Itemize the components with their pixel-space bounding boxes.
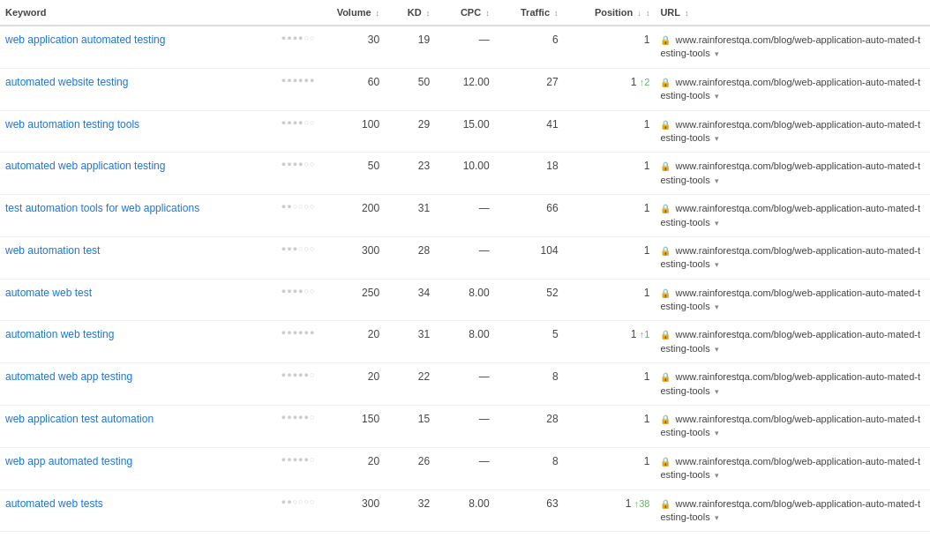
volume-cell: 30	[320, 26, 385, 68]
lock-icon: 🔒	[660, 457, 671, 467]
url-dropdown-arrow[interactable]: ▾	[715, 302, 719, 311]
url-dropdown-arrow[interactable]: ▾	[715, 345, 719, 354]
keyword-link[interactable]: automated web app testing	[5, 370, 132, 383]
col-header-kd[interactable]: KD ↕	[385, 0, 435, 26]
keyword-cell: web application test automation	[0, 406, 247, 448]
lock-icon: 🔒	[660, 372, 671, 382]
url-text: www.rainforestqa.com/blog/web-applicatio…	[660, 119, 920, 143]
keyword-cell: automated website testing	[0, 68, 247, 110]
keyword-cell: automation web testing	[0, 321, 247, 363]
lock-icon: 🔒	[660, 204, 671, 213]
volume-cell: 300	[320, 236, 385, 279]
position-change-up: ↑1	[640, 329, 650, 340]
stars-cell: ●●●●○○	[247, 110, 320, 153]
keyword-link[interactable]: automated website testing	[5, 76, 128, 88]
keyword-link[interactable]: web app automated testing	[5, 455, 132, 467]
url-cell: 🔒 www.rainforestqa.com/blog/web-applicat…	[655, 110, 930, 153]
url-dropdown-arrow[interactable]: ▾	[715, 134, 719, 143]
volume-cell: 100	[320, 110, 385, 153]
cpc-cell: —	[435, 195, 494, 237]
traffic-cell: 104	[495, 236, 564, 279]
position-value: 1	[644, 202, 650, 214]
url-dropdown-arrow[interactable]: ▾	[715, 260, 719, 269]
col-header-position[interactable]: Position ↓ ↕	[564, 0, 656, 26]
url-text: www.rainforestqa.com/blog/web-applicatio…	[660, 161, 920, 184]
url-text: www.rainforestqa.com/blog/web-applicatio…	[660, 329, 920, 353]
table-row: automated website testing ●●●●●● 60 50 1…	[0, 68, 930, 110]
keyword-link[interactable]: web automation testing tools	[5, 118, 139, 131]
table-row: web application automated testing ●●●●○○…	[0, 26, 930, 68]
url-text: www.rainforestqa.com/blog/web-applicatio…	[660, 34, 920, 58]
traffic-cell: 18	[495, 153, 564, 195]
position-value: 1	[631, 328, 637, 340]
col-header-volume[interactable]: Volume ↕	[320, 0, 385, 26]
table-row: automated web app testing ●●●●●○ 20 22 —…	[0, 363, 930, 406]
url-text: www.rainforestqa.com/blog/web-applicatio…	[660, 371, 920, 395]
table-row: automation web testing ●●●●●● 20 31 8.00…	[0, 321, 930, 363]
url-dropdown-arrow[interactable]: ▾	[715, 49, 719, 58]
traffic-cell: 66	[495, 195, 564, 237]
position-value: 1	[626, 497, 632, 510]
cpc-cell: 15.00	[435, 110, 494, 153]
stars-cell: ●●●●○○	[247, 279, 320, 321]
url-cell: 🔒 www.rainforestqa.com/blog/web-applicat…	[655, 195, 930, 237]
kd-cell: 34	[385, 279, 435, 321]
url-cell: 🔒 www.rainforestqa.com/blog/web-applicat…	[655, 279, 930, 321]
volume-cell: 60	[320, 68, 385, 110]
stars-cell: ●●●●●○	[247, 447, 320, 489]
keyword-link[interactable]: web automation test	[5, 244, 100, 257]
col-header-cpc[interactable]: CPC ↕	[435, 0, 494, 26]
stars-cell: ●●●●●●	[247, 68, 320, 110]
keyword-link[interactable]: automation web testing	[5, 328, 114, 340]
url-dropdown-arrow[interactable]: ▾	[715, 471, 719, 480]
kd-cell: 19	[385, 26, 435, 68]
keyword-link[interactable]: automated web tests	[5, 497, 103, 510]
table-row: automated web application testing ●●●●○○…	[0, 153, 930, 195]
volume-cell: 20	[320, 321, 385, 363]
keyword-link[interactable]: automated web application testing	[5, 160, 165, 172]
url-text: www.rainforestqa.com/blog/web-applicatio…	[660, 414, 920, 437]
stars-cell: ●●●●●●	[247, 321, 320, 363]
keyword-cell: web app automated testing	[0, 447, 247, 489]
kd-cell: 23	[385, 153, 435, 195]
stars-cell: ●●●○○○	[247, 236, 320, 279]
stars-cell: ●●●●●○	[247, 406, 320, 448]
position-sort-icon2: ↕	[646, 9, 650, 18]
traffic-cell: 41	[495, 110, 564, 153]
position-cell: 1	[564, 26, 656, 68]
table-row: web automation test ●●●○○○ 300 28 — 104 …	[0, 236, 930, 279]
keyword-cell: web automation test	[0, 236, 247, 279]
position-value: 1	[644, 244, 650, 257]
col-header-traffic[interactable]: Traffic ↕	[495, 0, 564, 26]
position-cell: 1 ↑1	[564, 321, 656, 363]
volume-cell: 20	[320, 447, 385, 489]
keyword-link[interactable]: web application test automation	[5, 413, 154, 425]
position-cell: 1	[564, 279, 656, 321]
col-header-url[interactable]: URL ↕	[655, 0, 930, 26]
url-dropdown-arrow[interactable]: ▾	[715, 513, 719, 522]
url-cell: 🔒 www.rainforestqa.com/blog/web-applicat…	[655, 489, 930, 532]
url-cell: 🔒 www.rainforestqa.com/blog/web-applicat…	[655, 447, 930, 489]
volume-cell: 50	[320, 153, 385, 195]
volume-cell: 250	[320, 279, 385, 321]
position-change-up: ↑38	[634, 498, 650, 509]
url-dropdown-arrow[interactable]: ▾	[715, 92, 719, 101]
keyword-link[interactable]: web application automated testing	[5, 34, 165, 46]
table-row: web application test automation ●●●●●○ 1…	[0, 406, 930, 448]
url-dropdown-arrow[interactable]: ▾	[715, 429, 719, 437]
keyword-link[interactable]: test automation tools for web applicatio…	[5, 202, 199, 214]
kd-cell: 29	[385, 110, 435, 153]
kd-cell: 22	[385, 363, 435, 406]
traffic-cell: 27	[495, 68, 564, 110]
url-dropdown-arrow[interactable]: ▾	[715, 219, 719, 228]
url-text: www.rainforestqa.com/blog/web-applicatio…	[660, 287, 920, 311]
position-value: 1	[644, 413, 650, 425]
cpc-sort-icon: ↕	[485, 9, 490, 18]
kd-cell: 28	[385, 236, 435, 279]
stars-cell: ●●○○○○	[247, 489, 320, 532]
volume-cell: 150	[320, 406, 385, 448]
url-dropdown-arrow[interactable]: ▾	[715, 387, 719, 396]
cpc-cell: —	[435, 236, 494, 279]
url-dropdown-arrow[interactable]: ▾	[715, 176, 719, 185]
keyword-link[interactable]: automate web test	[5, 287, 92, 299]
